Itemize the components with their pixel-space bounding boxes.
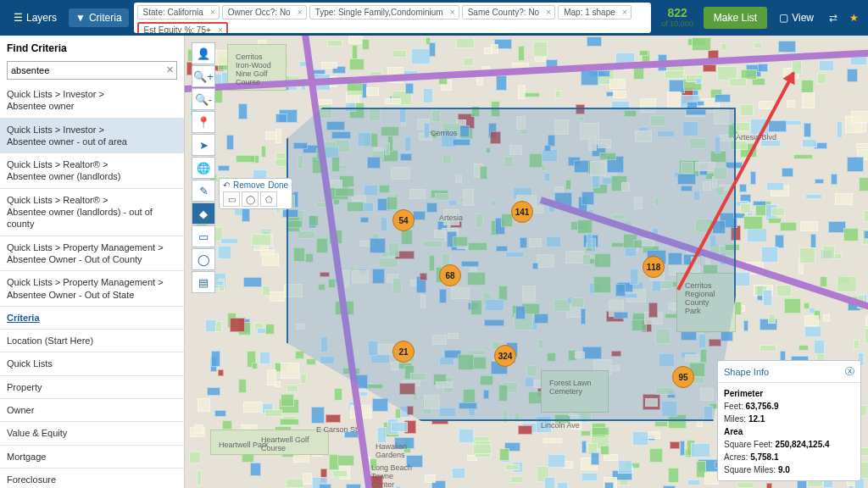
criteria-label: Criteria [89, 12, 122, 24]
view-button[interactable]: ▢ View [772, 8, 821, 27]
sqft-label: Square Feet: [724, 440, 773, 449]
sqmi-value: 9.0 [778, 465, 790, 474]
feet-value: 63,756.9 [746, 402, 779, 411]
clear-search-icon[interactable]: ✕ [166, 64, 174, 75]
category-item[interactable]: Owner [0, 399, 184, 422]
share-icon[interactable]: ⇄ [826, 10, 841, 25]
shape-info-title: Shape Info [724, 367, 769, 377]
sqft-value: 250,824,125.4 [776, 440, 830, 449]
draw-tool-icon[interactable]: ✎ [192, 180, 215, 202]
circle-tool-icon[interactable]: ◯ [192, 248, 215, 270]
search-box: ✕ [7, 61, 177, 80]
view-label: View [792, 12, 814, 24]
feet-label: Feet: [724, 402, 743, 411]
map-label: Cerritos Regional County Park [685, 281, 715, 315]
map-label: E Carson St [316, 425, 358, 434]
map-label: Heartwell Golf Course [261, 435, 309, 452]
acres-value: 5,758.1 [750, 452, 778, 462]
filter-chip[interactable]: Type: Single Family,Condominium× [309, 5, 459, 19]
map-label: Hawaiian Gardens [376, 442, 407, 459]
suggestion-item[interactable]: Quick Lists > Property Management > Abse… [0, 271, 184, 307]
make-list-button[interactable]: Make List [704, 7, 767, 29]
suggestion-item[interactable]: Quick Lists > Realtor® > Absentee owner … [0, 153, 184, 189]
category-item[interactable]: Quick Lists [0, 352, 184, 375]
suggestion-item[interactable]: Quick Lists > Investor > Absentee owner [0, 83, 184, 119]
chip-remove-icon[interactable]: × [546, 8, 551, 17]
count-denominator: of 10,000 [661, 20, 693, 29]
map-tools: 👤 🔍+ 🔍- 📍 ➤ 🌐 ✎ ◆ ▭ ◯ ▤ [192, 42, 215, 293]
top-bar: ☰ Layers ▼ Criteria State: California×Ow… [0, 0, 868, 36]
map-label: Forest Lawn Cemetery [549, 379, 592, 396]
category-item[interactable]: Foreclosure [0, 469, 184, 488]
map-label: Long Beach Towne Center [371, 463, 412, 488]
shape-toolbar: ↶ Remove Done ▭ ◯ ⬠ [219, 178, 292, 209]
category-item[interactable]: Property [0, 376, 184, 399]
undo-icon[interactable]: ↶ [223, 180, 230, 190]
chip-remove-icon[interactable]: × [622, 8, 627, 17]
count-number: 822 [661, 7, 693, 19]
suggestion-item[interactable]: Quick Lists > Realtor® > Absentee owner … [0, 189, 184, 236]
category-item[interactable]: Location (Start Here) [0, 330, 184, 352]
zoom-in-icon[interactable]: 🔍+ [192, 65, 215, 87]
shapes-tool-icon[interactable]: ◆ [192, 202, 215, 225]
chip-remove-icon[interactable]: × [218, 25, 223, 33]
miles-value: 12.1 [748, 414, 765, 424]
layers-label: Layers [26, 12, 57, 24]
done-link[interactable]: Done [268, 180, 288, 190]
shape-circle-icon[interactable]: ◯ [242, 191, 259, 207]
shape-poly-icon[interactable]: ⬠ [260, 191, 277, 207]
shape-info-panel: Shape Info ⓧ Perimeter Feet: 63,756.9 Mi… [717, 360, 861, 481]
layers-icon: ☰ [14, 12, 23, 24]
filter-chips: State: California×Owner Occ?: No×Type: S… [134, 3, 652, 33]
map-label: Cerritos Iron-Wood Nine Golf Course [236, 53, 271, 86]
shape-rect-icon[interactable]: ▭ [223, 191, 240, 207]
map-canvas[interactable]: 54141681182132495 Cerritos Artesia Hawai… [185, 36, 868, 488]
sqmi-label: Square Miles: [724, 465, 776, 474]
chip-remove-icon[interactable]: × [450, 8, 455, 17]
star-icon[interactable]: ★ [846, 10, 861, 25]
category-item[interactable]: Value & Equity [0, 422, 184, 445]
cluster-marker[interactable]: 54 [392, 209, 415, 231]
area-label: Area [724, 427, 743, 436]
category-item[interactable]: Mortgage [0, 446, 184, 469]
sidebar-title: Find Criteria [0, 36, 184, 58]
close-icon[interactable]: ⓧ [845, 365, 854, 378]
remove-link[interactable]: Remove [233, 180, 264, 190]
selection-polygon[interactable] [287, 108, 736, 421]
layers-button[interactable]: ☰ Layers [7, 8, 64, 27]
sidebar: Find Criteria ✕ Quick Lists > Investor >… [0, 36, 185, 488]
suggestion-item[interactable]: Quick Lists > Investor > Absentee owner … [0, 119, 184, 154]
cluster-marker[interactable]: 141 [511, 201, 533, 223]
acres-label: Acres: [724, 452, 748, 462]
user-tool-icon[interactable]: 👤 [192, 42, 215, 64]
suggestion-item[interactable]: Quick Lists > Property Management > Abse… [0, 236, 184, 272]
cluster-marker[interactable]: 68 [439, 264, 461, 286]
filter-chip[interactable]: Same County?: No× [462, 5, 556, 19]
filter-icon: ▼ [75, 12, 86, 24]
perimeter-label: Perimeter [724, 389, 763, 398]
filter-chip[interactable]: Est Equity %: 75+× [137, 22, 228, 33]
result-count: 822 of 10,000 [661, 7, 693, 28]
zoom-out-icon[interactable]: 🔍- [192, 88, 215, 110]
pin-tool-icon[interactable]: 📍 [192, 111, 215, 133]
globe-tool-icon[interactable]: 🌐 [192, 157, 215, 179]
cluster-marker[interactable]: 118 [643, 256, 665, 278]
search-input[interactable] [7, 61, 177, 80]
category-item[interactable]: Criteria [0, 307, 184, 330]
map-label: Lincoln Ave [541, 421, 580, 430]
miles-label: Miles: [724, 414, 746, 424]
locate-tool-icon[interactable]: ➤ [192, 134, 215, 156]
cluster-marker[interactable]: 95 [672, 366, 694, 388]
criteria-button[interactable]: ▼ Criteria [69, 8, 129, 27]
map-icon: ▢ [779, 12, 788, 24]
chip-remove-icon[interactable]: × [298, 8, 303, 17]
filter-chip[interactable]: Map: 1 shape× [558, 5, 632, 19]
filter-chip[interactable]: Owner Occ?: No× [222, 5, 307, 19]
chip-remove-icon[interactable]: × [210, 8, 215, 17]
layers-tool-icon[interactable]: ▤ [192, 271, 215, 293]
cluster-marker[interactable]: 21 [392, 341, 415, 363]
rect-tool-icon[interactable]: ▭ [192, 225, 215, 247]
cluster-marker[interactable]: 324 [494, 345, 516, 367]
filter-chip[interactable]: State: California× [137, 5, 220, 19]
map-label: Artesia [439, 214, 463, 222]
